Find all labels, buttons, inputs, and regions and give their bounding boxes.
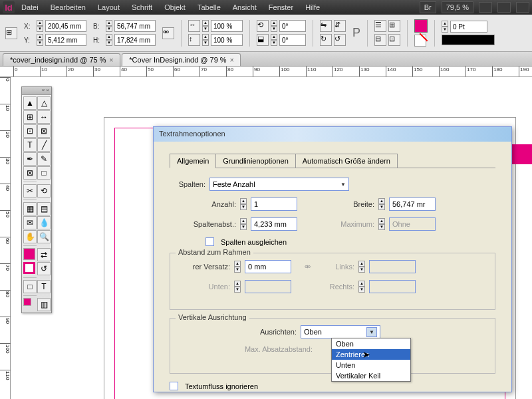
w-spinner[interactable]: ▲▼	[106, 20, 112, 32]
rotate-ccw-icon[interactable]: ↺	[334, 34, 346, 46]
rotate-cw-icon[interactable]: ↻	[320, 34, 332, 46]
tab-cover-indesign-1[interactable]: *cover_indesign.indd @ 75 %×	[3, 53, 120, 66]
link-icon[interactable]: ⚮	[305, 263, 311, 271]
tab-cover-indesign-2[interactable]: *Cover InDesign.indd @ 79 %×	[122, 53, 241, 66]
pen-tool-icon[interactable]: ✒	[23, 152, 37, 166]
y-spinner[interactable]: ▲▼	[37, 34, 43, 46]
screen-mode-icon[interactable]	[497, 2, 511, 13]
dropdown-option-oben[interactable]: Oben	[332, 338, 410, 349]
transform-tool-icon[interactable]: ⟲	[37, 184, 51, 198]
anzahl-spinner[interactable]: ▲▼	[240, 198, 247, 210]
textumfluss-checkbox[interactable]	[170, 382, 178, 390]
apply-text-icon[interactable]: T	[37, 280, 51, 293]
dropdown-option-vertikaler-keil[interactable]: Vertikaler Keil	[332, 370, 410, 381]
tab-automatisch-groesse[interactable]: Automatisch Größe ändern	[295, 154, 398, 168]
view-mode-icon[interactable]	[479, 2, 492, 13]
dropdown-option-unten[interactable]: Unten	[332, 360, 410, 370]
color-apply-icon[interactable]	[23, 298, 31, 306]
direct-selection-tool-icon[interactable]: △	[37, 96, 51, 110]
type-tool-icon[interactable]: T	[23, 138, 37, 152]
h-field[interactable]	[114, 34, 156, 46]
stroke-swatch[interactable]	[414, 35, 426, 47]
menu-schrift[interactable]: Schrift	[126, 1, 158, 13]
x-spinner[interactable]: ▲▼	[37, 20, 43, 32]
content-tool2-icon[interactable]: ⊠	[37, 124, 51, 138]
breite-field[interactable]	[389, 198, 436, 211]
stroke-color-icon[interactable]	[23, 262, 35, 274]
ausrichten-select[interactable]: Oben▼	[301, 325, 380, 338]
hand-tool-icon[interactable]: ✋	[23, 230, 37, 243]
rotation-field[interactable]	[279, 20, 306, 32]
stroke-field[interactable]	[450, 21, 487, 33]
gradient-feather-tool-icon[interactable]: ▤	[37, 202, 51, 215]
align-icon-4[interactable]: ⊡	[388, 34, 400, 46]
align-icon-3[interactable]: ⊟	[374, 34, 386, 46]
versatz-field[interactable]	[245, 260, 291, 273]
p-icon[interactable]: P	[352, 26, 360, 40]
tab-grundlinienoptionen[interactable]: Grundlinienoptionen	[215, 154, 295, 168]
sx-spinner[interactable]: ▲▼	[202, 20, 209, 32]
line-tool-icon[interactable]: ╱	[37, 138, 51, 152]
align-icon-1[interactable]: ☰	[374, 20, 386, 32]
rot-spinner[interactable]: ▲▼	[271, 20, 277, 32]
gradient-tool-icon[interactable]: ▦	[23, 202, 37, 215]
menu-objekt[interactable]: Objekt	[159, 1, 191, 13]
page-tool-icon[interactable]: ⊞	[23, 110, 37, 124]
flip-h-icon[interactable]: ⇋	[320, 20, 332, 32]
y-field[interactable]	[45, 34, 86, 46]
ruler-horizontal[interactable]: 0102030405060708090100110120130140150160…	[0, 66, 532, 77]
x-field[interactable]	[45, 20, 86, 32]
zoom-tool-icon[interactable]: 🔍	[37, 230, 51, 243]
toolbox-header[interactable]: « ×	[22, 87, 51, 95]
flip-v-icon[interactable]: ⇵	[334, 20, 346, 32]
zoom-field[interactable]: 79,5 %	[442, 1, 473, 13]
sy-spinner[interactable]: ▲▼	[202, 34, 209, 46]
spaltenabst-field[interactable]	[251, 217, 297, 231]
menu-fenster[interactable]: Fenster	[263, 1, 299, 13]
spalten-ausgleichen-checkbox[interactable]	[205, 237, 214, 246]
gradient-apply-icon[interactable]: ▥	[37, 298, 51, 311]
fill-swatch[interactable]	[414, 19, 428, 33]
swap-colors-icon[interactable]: ↺	[37, 262, 51, 275]
apply-fill-icon[interactable]: □	[23, 280, 37, 293]
anzahl-field[interactable]	[251, 198, 297, 211]
close-icon[interactable]: ×	[230, 57, 234, 64]
menu-bearbeiten[interactable]: Bearbeiten	[45, 1, 91, 13]
shear-field[interactable]	[279, 34, 306, 46]
bridge-button[interactable]: Br	[420, 1, 436, 13]
spaltenabst-spinner[interactable]: ▲▼	[240, 218, 247, 230]
menu-ansicht[interactable]: Ansicht	[227, 1, 262, 13]
link-wh-icon[interactable]: ⚮	[162, 27, 174, 39]
dropdown-option-zentrieren[interactable]: Zentrieren	[332, 349, 410, 360]
arrange-icon[interactable]	[516, 2, 529, 13]
fill-color-icon[interactable]	[23, 248, 35, 260]
sy-field[interactable]	[211, 34, 243, 46]
stroke-spinner[interactable]: ▲▼	[442, 21, 448, 33]
note-tool-icon[interactable]: ✉	[23, 216, 37, 229]
scissors-tool-icon[interactable]: ✂	[23, 184, 37, 198]
h-spinner[interactable]: ▲▼	[106, 34, 112, 46]
menu-tabelle[interactable]: Tabelle	[192, 1, 226, 13]
selection-tool-icon[interactable]: ▲	[23, 96, 37, 110]
close-icon[interactable]: ×	[109, 57, 113, 64]
content-tool-icon[interactable]: ⊡	[23, 124, 37, 138]
default-colors-icon[interactable]: ⇄	[37, 248, 51, 261]
align-icon-2[interactable]: ⊞	[388, 20, 400, 32]
menu-hilfe[interactable]: Hilfe	[300, 1, 325, 13]
versatz-spinner[interactable]: ▲▼	[234, 261, 241, 273]
sx-field[interactable]	[211, 20, 243, 32]
ref-point-icon[interactable]: ⊞	[5, 27, 17, 39]
menu-layout[interactable]: Layout	[92, 1, 125, 13]
breite-spinner[interactable]: ▲▼	[378, 198, 385, 210]
menu-datei[interactable]: Datei	[16, 1, 44, 13]
rectangle-tool-icon[interactable]: □	[37, 166, 51, 180]
gap-tool-icon[interactable]: ↔	[37, 110, 51, 124]
ruler-vertical[interactable]: 0102030405060708090100110	[0, 77, 11, 399]
stroke-style[interactable]	[442, 35, 495, 45]
spalten-select[interactable]: Feste Anzahl▼	[209, 178, 349, 191]
tab-allgemein[interactable]: Allgemein	[170, 154, 216, 168]
rectangle-frame-tool-icon[interactable]: ⊠	[23, 166, 37, 180]
shear-spinner[interactable]: ▲▼	[271, 34, 277, 46]
eyedropper-tool-icon[interactable]: 💧	[37, 216, 51, 229]
w-field[interactable]	[114, 20, 156, 32]
